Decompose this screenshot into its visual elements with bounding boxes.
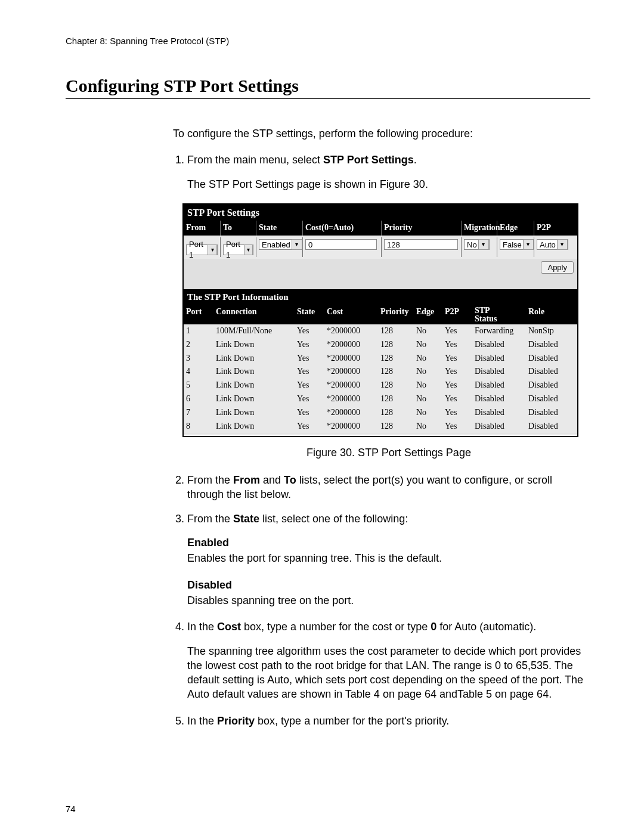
step-2-b1: From	[233, 474, 260, 486]
cell-edge: No	[414, 352, 442, 366]
cell-connection: Link Down	[213, 338, 295, 352]
hdr-state: State	[256, 221, 303, 236]
from-select[interactable]: Port 1 ▾	[186, 244, 218, 255]
cell-cost: *2000000	[324, 352, 378, 366]
intro-paragraph: To configure the STP settings, perform t…	[173, 126, 590, 141]
table-row: 7Link DownYes*2000000128NoYesDisabledDis…	[184, 406, 577, 420]
cell-state: Yes	[295, 406, 324, 420]
cell-connection: Link Down	[213, 420, 295, 433]
ihdr-stp-b: Status	[475, 315, 524, 323]
migration-select[interactable]: No ▾	[464, 239, 490, 250]
step-3-a: From the	[187, 513, 233, 525]
cell-stp-status: Forwarding	[472, 324, 526, 338]
edge-select-value: False	[503, 240, 522, 250]
migration-select-value: No	[467, 240, 477, 250]
step-2: From the From and To lists, select the p…	[187, 473, 590, 502]
cell-state: Yes	[295, 338, 324, 352]
cell-state: Yes	[295, 365, 324, 379]
cell-p2p: Yes	[442, 406, 472, 420]
cell-cost: *2000000	[324, 392, 378, 406]
priority-input[interactable]: 128	[384, 239, 458, 250]
info-title-bar: The STP Port Information	[184, 289, 577, 305]
ihdr-port: Port	[184, 305, 213, 324]
cell-connection: Link Down	[213, 392, 295, 406]
screenshot-title-bar: STP Port Settings	[184, 205, 577, 221]
cell-stp-status: Disabled	[472, 420, 526, 433]
p2p-cell: Auto ▾	[534, 237, 570, 257]
edge-select[interactable]: False ▾	[500, 239, 534, 250]
ihdr-priority: Priority	[378, 305, 414, 324]
cell-cost: *2000000	[324, 365, 378, 379]
cell-p2p: Yes	[442, 379, 472, 392]
disabled-head: Disabled	[187, 578, 590, 592]
enabled-head: Enabled	[187, 535, 590, 550]
cell-state: Yes	[295, 420, 324, 433]
table-row: 2Link DownYes*2000000128NoYesDisabledDis…	[184, 338, 577, 352]
step-4-b2: 0	[431, 621, 436, 633]
ihdr-connection: Connection	[213, 305, 295, 324]
state-select[interactable]: Enabled ▾	[259, 239, 303, 250]
cost-cell: 0	[303, 237, 382, 257]
chapter-header: Chapter 8: Spanning Tree Protocol (STP)	[66, 36, 590, 46]
step-1-text-a: From the main menu, select	[187, 154, 323, 166]
cell-port: 2	[184, 338, 213, 352]
cell-edge: No	[414, 365, 442, 379]
migration-cell: No ▾	[462, 237, 497, 257]
ihdr-edge: Edge	[414, 305, 442, 324]
cell-cost: *2000000	[324, 338, 378, 352]
enabled-desc: Enables the port for spanning tree. This…	[187, 551, 590, 565]
apply-row: Apply	[184, 259, 577, 277]
cell-connection: Link Down	[213, 379, 295, 392]
chevron-down-icon[interactable]: ▾	[244, 244, 253, 255]
p2p-select-value: Auto	[540, 240, 556, 250]
cell-role: Disabled	[526, 365, 574, 379]
hdr-edge: Edge	[497, 221, 534, 236]
step-2-mid: and	[260, 474, 284, 486]
cell-cost: *2000000	[324, 406, 378, 420]
from-select-value: Port 1	[189, 239, 206, 260]
ihdr-state: State	[295, 305, 324, 324]
cell-priority: 128	[378, 420, 414, 433]
cell-edge: No	[414, 406, 442, 420]
cell-stp-status: Disabled	[472, 392, 526, 406]
cell-role: NonStp	[526, 324, 574, 338]
to-select[interactable]: Port 1 ▾	[223, 244, 253, 255]
table-row: 6Link DownYes*2000000128NoYesDisabledDis…	[184, 392, 577, 406]
table-row: 3Link DownYes*2000000128NoYesDisabledDis…	[184, 352, 577, 366]
info-header-row: Port Connection State Cost Priority Edge…	[184, 305, 577, 324]
screenshot-bottom-edge	[184, 433, 577, 436]
chevron-down-icon[interactable]: ▾	[292, 239, 302, 250]
to-select-value: Port 1	[226, 239, 243, 260]
chevron-down-icon[interactable]: ▾	[523, 239, 534, 250]
cell-edge: No	[414, 338, 442, 352]
step-5-bold: Priority	[217, 715, 255, 727]
cell-stp-status: Disabled	[472, 406, 526, 420]
cell-state: Yes	[295, 352, 324, 366]
cell-role: Disabled	[526, 406, 574, 420]
p2p-select[interactable]: Auto ▾	[537, 239, 568, 250]
cell-priority: 128	[378, 324, 414, 338]
hdr-cost: Cost(0=Auto)	[303, 221, 382, 236]
hdr-to: To	[221, 221, 256, 236]
chevron-down-icon[interactable]: ▾	[557, 239, 568, 250]
cell-cost: *2000000	[324, 379, 378, 392]
priority-cell: 128	[382, 237, 462, 257]
chevron-down-icon[interactable]: ▾	[478, 239, 489, 250]
cell-p2p: Yes	[442, 392, 472, 406]
table-row: 5Link DownYes*2000000128NoYesDisabledDis…	[184, 379, 577, 392]
step-3: From the State list, select one of the f…	[187, 512, 590, 608]
cell-role: Disabled	[526, 392, 574, 406]
cost-input[interactable]: 0	[305, 239, 377, 250]
cell-port: 4	[184, 365, 213, 379]
chevron-down-icon[interactable]: ▾	[208, 244, 217, 255]
apply-button[interactable]: Apply	[541, 261, 574, 274]
cell-port: 1	[184, 324, 213, 338]
cell-edge: No	[414, 420, 442, 433]
cell-role: Disabled	[526, 352, 574, 366]
table-row: 8Link DownYes*2000000128NoYesDisabledDis…	[184, 420, 577, 433]
step-4-mid: box, type a number for the cost or type	[241, 621, 431, 633]
cell-edge: No	[414, 379, 442, 392]
cell-p2p: Yes	[442, 324, 472, 338]
edge-cell: False ▾	[497, 237, 534, 257]
step-1: From the main menu, select STP Port Sett…	[187, 153, 590, 460]
